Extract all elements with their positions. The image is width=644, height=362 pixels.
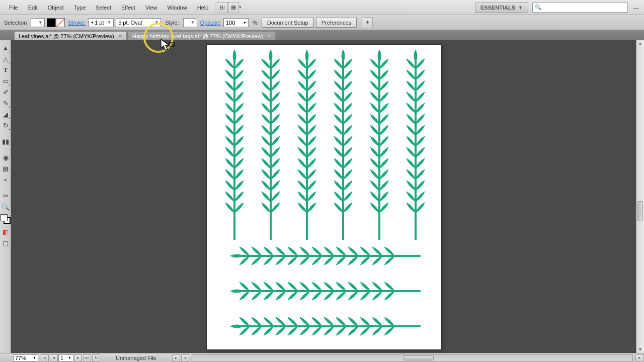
- menu-view[interactable]: View: [140, 2, 163, 14]
- search-icon: 🔍: [535, 4, 542, 11]
- artboard-number: 1: [60, 355, 63, 361]
- graph-tool[interactable]: ▮▮: [1, 136, 11, 146]
- rectangle-tool[interactable]: ▭: [1, 76, 11, 86]
- brush-value: 5 pt. Oval: [118, 20, 142, 26]
- document-setup-button[interactable]: Document Setup: [262, 18, 314, 28]
- fill-swatch[interactable]: [47, 18, 56, 27]
- control-bar: Selection ▼ Stroke: ◂ 1 pt ▼ 5 pt. Oval …: [0, 15, 644, 30]
- hscroll-left-icon[interactable]: ◂: [181, 354, 189, 361]
- rotate-tool[interactable]: ↻: [1, 120, 11, 130]
- slice-tool[interactable]: ✂: [1, 191, 11, 201]
- stroke-label[interactable]: Stroke:: [67, 20, 87, 26]
- style-label: Style:: [163, 20, 181, 26]
- divider: [215, 2, 215, 13]
- search-input[interactable]: 🔍: [532, 3, 628, 13]
- eraser-tool[interactable]: ◢: [1, 109, 11, 119]
- next-artboard-button[interactable]: ▸: [74, 354, 82, 361]
- arrange-docs-icon[interactable]: ▦: [228, 2, 239, 13]
- fill-dropdown[interactable]: ▼: [31, 18, 45, 27]
- opacity-label[interactable]: Opacity:: [199, 20, 221, 26]
- gradient-tool[interactable]: ▤: [1, 163, 11, 173]
- scroll-up-icon[interactable]: ▲: [636, 40, 644, 47]
- bridge-icon[interactable]: Br: [217, 2, 228, 13]
- menu-help[interactable]: Help: [192, 2, 214, 14]
- fill-stroke-indicator[interactable]: [1, 214, 11, 224]
- menu-select[interactable]: Select: [91, 2, 116, 14]
- chevron-down-icon[interactable]: ▼: [238, 5, 242, 10]
- scroll-thumb[interactable]: [637, 201, 643, 221]
- blend-tool[interactable]: ⌁: [1, 174, 11, 185]
- zoom-tool[interactable]: 🔍: [1, 202, 11, 212]
- opacity-input[interactable]: 100 ▸: [223, 18, 249, 27]
- hscroll-thumb[interactable]: [404, 355, 434, 360]
- menu-window[interactable]: Window: [163, 2, 192, 14]
- align-icon[interactable]: ✦: [362, 17, 373, 28]
- eyedropper-tool[interactable]: ◉: [1, 152, 11, 162]
- stroke-swatch[interactable]: [56, 18, 65, 27]
- menu-type[interactable]: Type: [69, 2, 91, 14]
- hscroll-right-icon[interactable]: ▸: [635, 354, 643, 361]
- close-icon[interactable]: ✕: [118, 33, 122, 39]
- zoom-input[interactable]: 77% ▼: [13, 354, 38, 361]
- canvas-area: ▲ ▼: [11, 40, 644, 353]
- chevron-down-icon: ▼: [518, 5, 523, 10]
- menu-file[interactable]: File: [4, 2, 23, 14]
- artboard-number-input[interactable]: 1 ▼: [58, 354, 73, 361]
- color-mode[interactable]: ◧: [1, 227, 11, 237]
- prev-artboard-button[interactable]: ◂: [50, 354, 58, 361]
- stroke-weight-input[interactable]: ◂ 1 pt ▼: [89, 18, 114, 27]
- style-dropdown[interactable]: ▼: [183, 18, 197, 27]
- menu-bar: File Edit Object Type Select Effect View…: [0, 0, 644, 15]
- status-menu-icon[interactable]: ▸: [172, 354, 180, 361]
- menu-edit[interactable]: Edit: [23, 2, 43, 14]
- artboard[interactable]: [206, 44, 442, 350]
- first-artboard-button[interactable]: I◂: [41, 354, 49, 361]
- tab-happy-birthday[interactable]: Happy birthday oval tags.ai* @ 77% (CMYK…: [128, 31, 276, 40]
- direct-selection-tool[interactable]: △: [1, 54, 11, 64]
- document-tabs: Leaf vines.ai* @ 77% (CMYK/Preview) ✕ Ha…: [0, 30, 644, 40]
- zoom-value: 77%: [15, 355, 26, 361]
- selection-label: Selection: [2, 20, 29, 26]
- minimize-button[interactable]: —: [632, 4, 640, 12]
- vertical-scrollbar[interactable]: ▲ ▼: [636, 40, 644, 353]
- percent-label: %: [251, 20, 260, 26]
- file-status-label: Unmanaged File: [116, 355, 156, 361]
- artwork-leaves: [207, 45, 442, 350]
- screen-mode[interactable]: ▢: [1, 238, 11, 248]
- horizontal-scrollbar[interactable]: [192, 354, 633, 361]
- stroke-weight-value: 1 pt: [95, 20, 104, 26]
- menu-object[interactable]: Object: [43, 2, 69, 14]
- last-artboard-button[interactable]: ▸I: [83, 354, 91, 361]
- preferences-button[interactable]: Preferences: [316, 18, 357, 28]
- menu-effect[interactable]: Effect: [116, 2, 140, 14]
- scroll-down-icon[interactable]: ▼: [636, 346, 644, 353]
- workspace-label: ESSENTIALS: [480, 5, 515, 11]
- status-corner: [0, 353, 11, 362]
- tab-label: Leaf vines.ai* @ 77% (CMYK/Preview): [19, 33, 114, 39]
- opacity-value: 100: [226, 20, 235, 26]
- tab-leaf-vines[interactable]: Leaf vines.ai* @ 77% (CMYK/Preview) ✕: [14, 31, 127, 40]
- pencil-tool[interactable]: ✎: [1, 98, 11, 108]
- workspace-switcher[interactable]: ESSENTIALS ▼: [475, 3, 528, 13]
- close-icon[interactable]: ✕: [267, 33, 271, 39]
- tools-panel: ▲ △ T ▭ ✐ ✎ ◢ ↻ ▮▮ ◉ ▤ ⌁ ✂ 🔍 ◧ ▢: [0, 40, 11, 353]
- artboard-nav-icon[interactable]: ↻: [92, 354, 100, 361]
- tab-label: Happy birthday oval tags.ai* @ 77% (CMYK…: [132, 33, 264, 39]
- brush-dropdown[interactable]: 5 pt. Oval ▼: [116, 18, 161, 27]
- fill-stroke-swatch[interactable]: [47, 18, 65, 27]
- paintbrush-tool[interactable]: ✐: [1, 87, 11, 97]
- type-tool[interactable]: T: [1, 65, 11, 75]
- status-bar: 77% ▼ I◂ ◂ 1 ▼ ▸ ▸I ↻ Unmanaged File ▸ ◂…: [11, 353, 644, 362]
- selection-tool[interactable]: ▲: [1, 43, 11, 53]
